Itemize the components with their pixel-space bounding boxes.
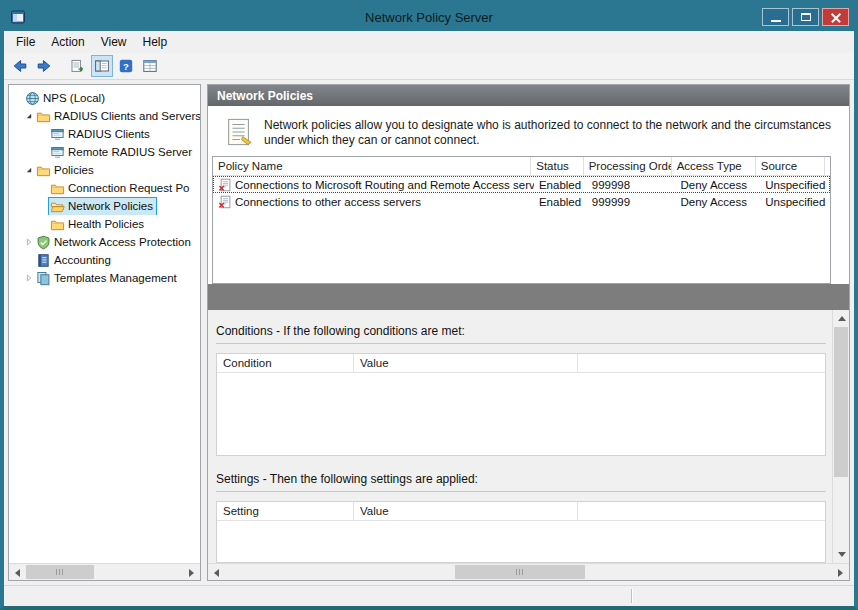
content-horizontal-scrollbar[interactable] [208, 563, 849, 580]
policy-row[interactable]: Connections to Microsoft Routing and Rem… [213, 176, 830, 193]
templates-icon [36, 271, 51, 286]
collapse-icon[interactable] [23, 164, 35, 176]
scrollbar-track[interactable] [26, 564, 183, 580]
tree-item-network-policies[interactable]: Network Policies [9, 197, 200, 215]
maximize-button[interactable] [792, 8, 819, 26]
column-header-status[interactable]: Status [531, 157, 583, 175]
section-divider [216, 491, 826, 492]
window-controls [762, 8, 849, 26]
tree-horizontal-scrollbar[interactable] [9, 563, 200, 580]
icon-view-button[interactable] [139, 55, 161, 77]
settings-title: Settings - Then the following settings a… [216, 472, 826, 486]
back-icon [12, 58, 28, 74]
scrollbar-track[interactable] [833, 327, 849, 546]
policy-status: Enabled [534, 179, 587, 191]
title-bar[interactable]: Network Policy Server [4, 4, 854, 31]
folder-icon [36, 109, 51, 124]
scroll-left-icon [214, 569, 219, 577]
tree-item-health-policies[interactable]: Health Policies [9, 215, 200, 233]
accounting-icon [36, 253, 51, 268]
menu-view[interactable]: View [93, 33, 135, 51]
tree-item-remote-radius-server-groups[interactable]: Remote RADIUS Server [9, 143, 200, 161]
tree-item-nps-local[interactable]: NPS (Local) [9, 89, 200, 107]
status-bar [4, 585, 854, 606]
conditions-title: Conditions - If the following conditions… [216, 324, 826, 338]
settings-table-body [217, 521, 825, 562]
scroll-left-button[interactable] [9, 564, 26, 581]
scrollbar-thumb[interactable] [834, 327, 848, 477]
policy-source: Unspecified [760, 196, 830, 208]
scroll-up-button[interactable] [833, 310, 850, 327]
folder-icon [50, 217, 65, 232]
tree-item-radius-clients-and-servers[interactable]: RADIUS Clients and Servers [9, 107, 200, 125]
content-pane: Network Policies Network policies allow … [207, 84, 850, 581]
minimize-button[interactable] [762, 8, 789, 26]
help-button[interactable] [115, 55, 137, 77]
window-title: Network Policy Server [4, 10, 854, 25]
column-header-processing-order[interactable]: Processing Order [584, 157, 672, 175]
policy-list-header: Policy Name Status Processing Order Acce… [213, 157, 830, 176]
column-header-condition[interactable]: Condition [217, 354, 354, 372]
tree-item-radius-clients[interactable]: RADIUS Clients [9, 125, 200, 143]
scroll-right-icon [838, 569, 843, 577]
tree-item-label: NPS (Local) [43, 92, 105, 104]
open-folder-icon [50, 199, 65, 214]
tree-item-connection-request-policies[interactable]: Connection Request Po [9, 179, 200, 197]
tree-item-policies[interactable]: Policies [9, 161, 200, 179]
policy-row[interactable]: Connections to other access servers Enab… [213, 193, 830, 210]
description-text: Network policies allow you to designate … [264, 116, 835, 148]
minimize-icon [771, 20, 781, 22]
scroll-right-button[interactable] [832, 564, 849, 581]
scroll-left-button[interactable] [208, 564, 225, 581]
section-divider [216, 343, 826, 344]
expand-icon[interactable] [23, 236, 35, 248]
collapse-icon[interactable] [23, 110, 35, 122]
globe-icon [25, 91, 40, 106]
scroll-down-button[interactable] [833, 546, 850, 563]
main-area: NPS (Local) RADIUS Clients and Servers R… [4, 80, 854, 585]
policy-list: Policy Name Status Processing Order Acce… [212, 156, 831, 284]
column-header-access-type[interactable]: Access Type [672, 157, 756, 175]
detail-vertical-scrollbar[interactable] [832, 310, 849, 563]
menu-file[interactable]: File [8, 33, 43, 51]
column-header-condition-value[interactable]: Value [354, 354, 578, 372]
tree-item-label: RADIUS Clients [68, 128, 150, 140]
scroll-right-icon [189, 569, 194, 577]
policy-list-body: Connections to Microsoft Routing and Rem… [213, 176, 830, 283]
scrollbar-thumb[interactable] [26, 565, 94, 579]
export-list-button[interactable] [67, 55, 89, 77]
policy-access-type: Deny Access [676, 196, 761, 208]
close-button[interactable] [822, 8, 849, 26]
settings-table: Setting Value [216, 501, 826, 563]
content-header-band: Network Policies [208, 85, 849, 106]
nps-window: Network Policy Server File Action View H… [0, 0, 858, 610]
conditions-table-body [217, 373, 825, 455]
console-tree-pane: NPS (Local) RADIUS Clients and Servers R… [8, 84, 201, 581]
tree-item-accounting[interactable]: Accounting [9, 251, 200, 269]
expand-icon[interactable] [23, 272, 35, 284]
show-hide-console-tree-button[interactable] [91, 55, 113, 77]
tree-item-network-access-protection[interactable]: Network Access Protection [9, 233, 200, 251]
scrollbar-track[interactable] [225, 564, 832, 580]
policy-status: Enabled [534, 196, 587, 208]
column-header-setting-value[interactable]: Value [354, 502, 578, 520]
menu-help[interactable]: Help [135, 33, 176, 51]
policy-processing-order: 999999 [587, 196, 676, 208]
column-header-policy-name[interactable]: Policy Name [213, 157, 531, 175]
tree-item-label: Network Access Protection [54, 236, 191, 248]
menu-action[interactable]: Action [43, 33, 92, 51]
tree-item-label: Health Policies [68, 218, 144, 230]
detail-splitter-band[interactable] [208, 284, 849, 310]
icon-view-icon [142, 58, 158, 74]
toolbar [4, 53, 854, 80]
tree-item-label: Remote RADIUS Server [68, 146, 192, 158]
column-header-source[interactable]: Source [756, 157, 825, 175]
back-button[interactable] [9, 55, 31, 77]
column-header-setting[interactable]: Setting [217, 502, 354, 520]
menu-bar: File Action View Help [4, 31, 854, 53]
scroll-right-button[interactable] [183, 564, 200, 581]
radius-server-icon [50, 145, 65, 160]
scrollbar-thumb[interactable] [455, 565, 585, 579]
forward-button[interactable] [33, 55, 55, 77]
tree-item-templates-management[interactable]: Templates Management [9, 269, 200, 287]
